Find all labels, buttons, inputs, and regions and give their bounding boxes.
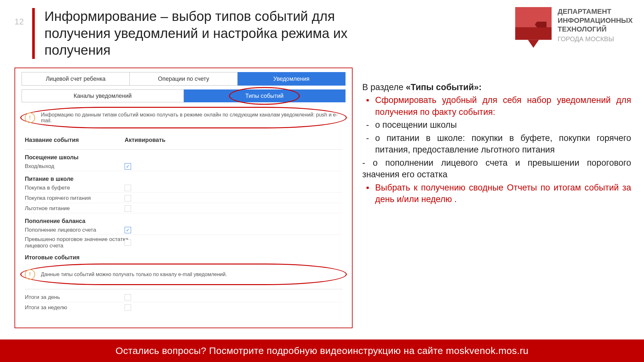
intro-line: В разделе «Типы событий»: <box>362 81 631 93</box>
checkbox-weekly[interactable]: ✓ <box>125 304 131 311</box>
row-label: Итоги за неделю <box>25 304 125 311</box>
tab-notifications[interactable]: Уведомления <box>238 72 346 86</box>
title-block: Информирование – выбор типов событий для… <box>32 8 354 59</box>
col-activate: Активировать <box>125 137 342 144</box>
logo-text: ДЕПАРТАМЕНТ ИНФОРМАЦИОННЫХ ТЕХНОЛОГИЙ ГО… <box>558 7 633 43</box>
checkbox-threshold[interactable]: ✓ <box>125 239 131 246</box>
checkbox-entry-exit[interactable]: ✓ <box>125 163 131 170</box>
row-entry-exit: Вход/выход ✓ <box>25 162 342 171</box>
row-benefit-meal: Льготное питание ✓ <box>25 204 342 213</box>
row-label: Покупка горячего питания <box>25 195 125 201</box>
svg-marker-3 <box>535 22 546 27</box>
dash-attendance: о посещении школы <box>362 119 631 131</box>
footer-banner: Остались вопросы? Посмотрите подробную в… <box>0 339 644 362</box>
row-label: Льготное питание <box>25 205 125 212</box>
logo-line: ТЕХНОЛОГИЙ <box>558 25 633 34</box>
checkbox-buffet[interactable]: ✓ <box>125 185 131 191</box>
explanation-text: В разделе «Типы событий»: Сформировать у… <box>362 81 631 206</box>
logo-line: ГОРОДА МОСКВЫ <box>558 35 633 43</box>
group-school-attendance: Посещение школы <box>25 154 342 161</box>
info-banner-bottom-text: Данные типы событий можно получать тольк… <box>41 272 227 277</box>
dash-food: о питании в школе: покупки в буфете, пок… <box>362 132 631 156</box>
bullet-reports: Выбрать к получению сводные Отчеты по ит… <box>362 182 631 205</box>
row-daily-summary: Итоги за день ✓ <box>25 292 342 302</box>
row-threshold: Превышено пороговое значение остатка лиц… <box>25 236 342 250</box>
department-logo-icon <box>515 7 552 49</box>
bullet-configure-set: Сформировать удобный для себя набор увед… <box>362 94 631 118</box>
group-summary: Итоговые события <box>25 254 342 261</box>
sub-tabs: Каналы уведомлений Типы событий <box>22 89 346 102</box>
checkbox-hot-meal[interactable]: ✓ <box>125 195 131 201</box>
screenshot-panel: Лицевой счет ребенка Операции по счету У… <box>14 68 353 328</box>
svg-marker-2 <box>528 40 539 48</box>
col-name: Название события <box>25 137 125 144</box>
checkbox-daily[interactable]: ✓ <box>125 294 131 301</box>
dash-balance: - о пополнении лицевого счета и превышен… <box>362 157 631 181</box>
row-label: Покупка в буфете <box>25 185 125 191</box>
svg-rect-1 <box>515 27 552 40</box>
group-balance: Пополнение баланса <box>25 218 342 225</box>
logo-block: ДЕПАРТАМЕНТ ИНФОРМАЦИОННЫХ ТЕХНОЛОГИЙ ГО… <box>515 7 633 49</box>
subtab-event-types[interactable]: Типы событий <box>184 89 346 102</box>
table-header: Название события Активировать <box>25 132 342 150</box>
row-buffet: Покупка в буфете ✓ <box>25 183 342 193</box>
row-label: Пополнение лицевого счета <box>25 227 125 233</box>
exclamation-icon: ! <box>25 113 35 123</box>
page-title: Информирование – выбор типов событий для… <box>44 8 354 59</box>
divider <box>25 289 342 289</box>
logo-line: ДЕПАРТАМЕНТ <box>558 7 633 16</box>
row-topup: Пополнение лицевого счета ✓ <box>25 225 342 235</box>
exclamation-icon: ! <box>25 269 35 280</box>
info-banner-bottom: ! Данные типы событий можно получать тол… <box>22 265 346 283</box>
row-label: Вход/выход <box>25 163 125 170</box>
tab-operations[interactable]: Операции по счету <box>130 72 238 86</box>
row-hot-meal: Покупка горячего питания ✓ <box>25 193 342 203</box>
info-banner-top: ! Информацию по данным типам событий мож… <box>22 109 346 126</box>
check-icon: ✓ <box>126 227 130 233</box>
tab-account[interactable]: Лицевой счет ребенка <box>22 72 130 86</box>
info-banner-top-text: Информацию по данным типам событий можно… <box>41 112 346 124</box>
top-tabs: Лицевой счет ребенка Операции по счету У… <box>22 72 346 86</box>
row-label: Итоги за день <box>25 294 125 301</box>
logo-line: ИНФОРМАЦИОННЫХ <box>558 16 633 25</box>
subtab-channels[interactable]: Каналы уведомлений <box>22 89 184 102</box>
subtab-event-types-label: Типы событий <box>245 93 284 99</box>
row-weekly-summary: Итоги за неделю ✓ <box>25 303 342 312</box>
check-icon: ✓ <box>126 164 130 169</box>
page-number: 12 <box>14 17 24 27</box>
checkbox-benefit-meal[interactable]: ✓ <box>125 205 131 212</box>
group-school-food: Питание в школе <box>25 176 342 182</box>
checkbox-topup[interactable]: ✓ <box>125 227 131 233</box>
